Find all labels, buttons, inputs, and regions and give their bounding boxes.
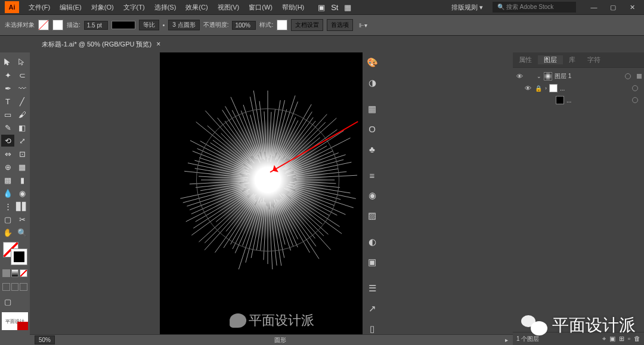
stroke-swatch[interactable] [52, 20, 63, 30]
menu-window[interactable]: 窗口(W) [244, 3, 277, 12]
document-setup-button[interactable]: 文档设置 [291, 19, 323, 31]
maximize-icon[interactable]: ▢ [606, 4, 620, 11]
eraser-tool-icon[interactable]: ◧ [16, 122, 29, 133]
layer-name[interactable]: 图层 1 [555, 72, 571, 80]
opacity-input[interactable] [232, 21, 256, 30]
asset-export-icon[interactable]: ↗ [366, 302, 379, 315]
rectangle-tool-icon[interactable]: ▭ [1, 108, 14, 120]
gradient-panel-icon[interactable]: ◉ [366, 189, 379, 203]
workspace-switcher[interactable]: 排版规则 ▾ [447, 3, 488, 12]
color-panel-icon[interactable]: 🎨 [366, 56, 379, 69]
free-transform-tool-icon[interactable]: ⊡ [16, 148, 29, 160]
draw-inside-icon[interactable] [20, 283, 27, 291]
transparency-icon[interactable]: ▨ [366, 209, 379, 222]
pen-tool-icon[interactable]: ✒ [1, 82, 14, 94]
mesh-tool-icon[interactable]: ▩ [1, 174, 14, 186]
visibility-icon[interactable]: 👁 [524, 85, 532, 92]
stock-icon[interactable]: St [328, 1, 341, 13]
hand-tool-icon[interactable]: ✋ [1, 226, 14, 238]
menu-view[interactable]: 视图(V) [213, 3, 244, 12]
color-mode-normal-icon[interactable] [2, 269, 10, 277]
stroke-width-input[interactable] [84, 21, 108, 30]
width-tool-icon[interactable]: ⇔ [1, 148, 14, 160]
status-nav-icon[interactable]: ▸ [505, 337, 508, 343]
stroke-profile[interactable] [112, 21, 135, 29]
layer-row[interactable]: 👁 ⌄ 图层 1 [515, 70, 642, 82]
menu-type[interactable]: 文字(T) [119, 3, 150, 12]
fill-swatch[interactable] [38, 20, 49, 30]
magic-wand-tool-icon[interactable]: ✦ [1, 69, 14, 81]
tab-close-icon[interactable]: × [156, 40, 160, 48]
visibility-icon[interactable]: 👁 [515, 73, 524, 80]
canvas[interactable]: 平面设计派 🎨 ◑ ▦ Ο ♣ ≡ ◉ ▨ ◐ ▣ ☰ ↗ ▯ 50% 圆形 ▸ [30, 52, 513, 345]
gradient-tool-icon[interactable]: ▮ [16, 174, 29, 186]
rotate-tool-icon[interactable]: ⟲ [1, 135, 14, 147]
swatches-icon[interactable]: ▦ [366, 102, 379, 116]
search-stock-input[interactable]: 🔍 搜索 Adobe Stock [493, 2, 576, 13]
stroke-panel-icon[interactable]: ≡ [366, 169, 379, 182]
color-mode-gradient-icon[interactable] [11, 269, 19, 277]
tab-characters[interactable]: 字符 [581, 55, 606, 64]
blend-tool-icon[interactable]: ◉ [16, 187, 29, 199]
minimize-icon[interactable]: — [587, 4, 601, 11]
symbol-sprayer-tool-icon[interactable]: ⋮ [1, 200, 14, 212]
stroke-color-icon[interactable] [11, 249, 27, 265]
artboard-tool-icon[interactable]: ▢ [1, 213, 14, 225]
graph-tool-icon[interactable]: ▊▋ [16, 200, 29, 212]
brushes-icon[interactable]: Ο [366, 123, 379, 136]
layer-row[interactable]: 👁 🔒 › ... [515, 82, 642, 94]
menu-help[interactable]: 帮助(H) [277, 3, 309, 12]
symbols-icon[interactable]: ♣ [366, 143, 379, 156]
document-tab[interactable]: 未标题-1.ai* @ 50% (RGB/GPU 预览) × [35, 40, 168, 49]
graphic-styles-icon[interactable]: ▣ [366, 256, 379, 269]
fill-stroke-control[interactable] [3, 242, 27, 265]
target-icon[interactable] [625, 73, 631, 79]
slice-tool-icon[interactable]: ✂ [16, 213, 29, 225]
target-icon[interactable] [632, 97, 638, 103]
menu-effect[interactable]: 效果(C) [181, 3, 212, 12]
color-guide-icon[interactable]: ◑ [366, 76, 379, 89]
tab-properties[interactable]: 属性 [513, 55, 538, 64]
direct-selection-tool-icon[interactable] [16, 56, 29, 68]
color-mode-none-icon[interactable] [20, 269, 27, 277]
arrange-icon[interactable]: ▦ [341, 1, 354, 13]
lock-icon[interactable]: 🔒 [534, 85, 543, 92]
zoom-dropdown[interactable]: 50% [35, 335, 55, 344]
brush-dropdown[interactable]: 3 点圆形 [168, 20, 199, 30]
bridge-icon[interactable]: ▣ [315, 1, 328, 13]
sublayer-name[interactable]: ... [566, 97, 571, 104]
align-icon[interactable]: ⊩▾ [359, 22, 367, 29]
eyedropper-tool-icon[interactable]: 💧 [1, 187, 14, 199]
zoom-tool-icon[interactable]: 🔍 [16, 226, 29, 238]
shaper-tool-icon[interactable]: ✎ [1, 122, 14, 133]
close-icon[interactable]: ✕ [625, 4, 639, 11]
selection-tool-icon[interactable] [1, 56, 14, 68]
expand-icon[interactable]: › [545, 85, 547, 91]
type-tool-icon[interactable]: T [1, 95, 14, 107]
shape-builder-tool-icon[interactable]: ⊕ [1, 161, 14, 173]
appearance-icon[interactable]: ◐ [366, 235, 379, 248]
line-tool-icon[interactable]: ╱ [16, 95, 29, 107]
menu-select[interactable]: 选择(S) [150, 3, 181, 12]
menu-object[interactable]: 对象(O) [86, 3, 119, 12]
scale-tool-icon[interactable]: ⤢ [16, 135, 29, 147]
menu-edit[interactable]: 编辑(E) [55, 3, 86, 12]
fit-dropdown[interactable]: 等比 [139, 20, 159, 30]
curvature-tool-icon[interactable]: 〰 [16, 82, 29, 94]
layer-row[interactable]: ... [515, 94, 642, 106]
tab-libraries[interactable]: 库 [563, 55, 581, 64]
tab-layers[interactable]: 图层 [538, 55, 563, 64]
target-icon[interactable] [632, 85, 638, 91]
expand-icon[interactable]: ⌄ [537, 73, 541, 79]
paintbrush-tool-icon[interactable]: 🖌 [16, 108, 29, 120]
style-swatch[interactable] [277, 20, 287, 30]
screen-mode-icon[interactable]: ▢ [1, 296, 14, 307]
perspective-tool-icon[interactable]: ▦ [16, 161, 29, 173]
draw-behind-icon[interactable] [11, 283, 19, 291]
artboards-icon[interactable]: ▯ [366, 322, 379, 335]
draw-normal-icon[interactable] [2, 283, 10, 291]
layers-dock-icon[interactable]: ☰ [366, 282, 379, 295]
sublayer-name[interactable]: ... [560, 85, 565, 92]
menu-file[interactable]: 文件(F) [24, 3, 55, 12]
lasso-tool-icon[interactable]: ⊂ [16, 69, 29, 81]
